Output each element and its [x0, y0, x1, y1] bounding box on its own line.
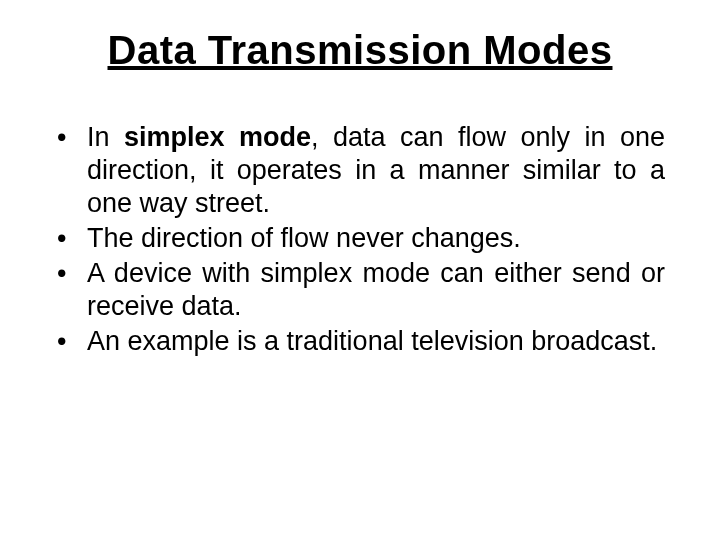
bullet-text: The direction of flow never changes.: [87, 223, 521, 253]
bullet-text-bold: simplex mode: [124, 122, 311, 152]
page-title: Data Transmission Modes: [55, 28, 665, 73]
bullet-text-prefix: In: [87, 122, 124, 152]
list-item: A device with simplex mode can either se…: [55, 257, 665, 323]
list-item: In simplex mode, data can flow only in o…: [55, 121, 665, 220]
bullet-text: An example is a traditional television b…: [87, 326, 657, 356]
list-item: An example is a traditional television b…: [55, 325, 665, 358]
list-item: The direction of flow never changes.: [55, 222, 665, 255]
bullet-text: A device with simplex mode can either se…: [87, 258, 665, 321]
bullet-list: In simplex mode, data can flow only in o…: [55, 121, 665, 358]
